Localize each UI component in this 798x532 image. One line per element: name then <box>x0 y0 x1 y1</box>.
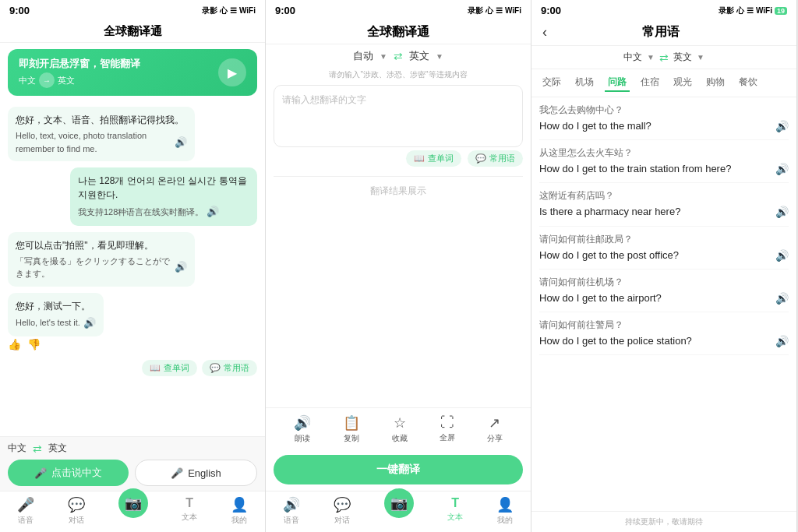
app-title-1: 全球翻译通 <box>104 24 162 37</box>
app-header-2: 全球翻译通 <box>266 19 531 44</box>
nav-voice-2[interactable]: 🔊 语音 <box>283 496 300 526</box>
nav-voice-1[interactable]: 🎤 语音 <box>17 496 34 526</box>
translate-button[interactable]: 一键翻译 <box>274 455 523 484</box>
swap-icon-2[interactable]: ⇄ <box>394 50 403 62</box>
cat-gouwu[interactable]: 购物 <box>703 74 728 92</box>
lookup-btn-2[interactable]: 📖 查单词 <box>406 150 461 167</box>
nav-mine-2[interactable]: 👤 我的 <box>496 496 514 526</box>
chat-area: 您好，文本、语音、拍照翻译记得找我。 Hello, text, voice, p… <box>0 102 265 436</box>
tool-read[interactable]: 🔊 朗读 <box>294 414 311 444</box>
nav-mine-1[interactable]: 👤 我的 <box>231 496 248 526</box>
lookup-icon-1: 📖 <box>150 363 161 373</box>
nav-text-1[interactable]: T 文本 <box>182 496 197 526</box>
fav-icon: ☆ <box>394 414 406 432</box>
sound-icon-3[interactable]: 🔊 <box>175 259 187 275</box>
lang-to-3[interactable]: 英文 <box>673 51 692 64</box>
phrase-en-row-5: How do I get to the airport? 🔊 <box>539 291 789 305</box>
phrase-sound-4[interactable]: 🔊 <box>775 249 789 262</box>
phrase-sound-5[interactable]: 🔊 <box>775 292 789 305</box>
tool-share[interactable]: ↗ 分享 <box>487 414 503 444</box>
nav-text-label-1: 文本 <box>182 512 197 523</box>
message-4: 您好，测试一下。 Hello, let's test it. 🔊 👍 👎 <box>8 293 104 351</box>
phrase-sound-3[interactable]: 🔊 <box>775 206 789 218</box>
cat-guangang[interactable]: 观光 <box>670 74 695 92</box>
cat-wenlu[interactable]: 问路 <box>605 74 630 92</box>
phrase-item-4: 请问如何前往邮政局？ How do I get to the post offi… <box>539 227 789 270</box>
msg-en-2: 我支持128种语言在线实时翻译。 <box>78 206 203 219</box>
bubble-sub-1: Hello, text, voice, photo translation re… <box>16 129 187 155</box>
lookup-icon-2: 📖 <box>414 153 425 164</box>
nav-camera-2[interactable]: 📷 <box>384 496 414 526</box>
phrases-icon-2: 💬 <box>475 153 486 164</box>
auto-lang[interactable]: 自动 <box>353 49 373 63</box>
fav-label: 收藏 <box>392 433 408 444</box>
phrase-en-row-6: How do I get to the police station? 🔊 <box>539 334 789 348</box>
lang-from-3[interactable]: 中文 <box>623 51 642 64</box>
cat-jiaoji[interactable]: 交际 <box>539 74 564 92</box>
cat-jichang[interactable]: 机场 <box>572 74 597 92</box>
swap-icon-3[interactable]: ⇄ <box>659 51 669 64</box>
bubble-sub-3: 「写真を撮る」をクリックすることができます。 🔊 <box>16 255 187 280</box>
category-tabs: 交际 机场 问路 住宿 观光 购物 餐饮 <box>531 69 796 97</box>
play-button[interactable]: ▶ <box>218 58 246 86</box>
nav-voice-icon-1: 🎤 <box>17 496 34 513</box>
caret-1: ▼ <box>380 52 387 61</box>
time-3: 9:00 <box>541 5 561 16</box>
sound-icon-1[interactable]: 🔊 <box>175 135 187 150</box>
caret-2: ▼ <box>436 52 443 61</box>
thumb-up[interactable]: 👍 <box>8 338 21 351</box>
play-icon: ▶ <box>228 65 237 80</box>
share-label: 分享 <box>487 433 503 444</box>
nav-mine-label-2: 我的 <box>497 515 513 526</box>
phrases-btn-1[interactable]: 💬 常用语 <box>202 360 257 376</box>
tool-fav[interactable]: ☆ 收藏 <box>392 414 408 444</box>
tool-fullscreen[interactable]: ⛶ 全屏 <box>440 414 455 444</box>
phrase-sound-6[interactable]: 🔊 <box>775 335 789 347</box>
cat-zhushu[interactable]: 住宿 <box>637 74 662 92</box>
input-bar: 中文 ⇄ 英文 🎤 点击说中文 🎤 English <box>0 436 265 491</box>
app-header-1: 全球翻译通 <box>0 19 265 43</box>
phrase-item-3: 这附近有药店吗？ Is there a pharmacy near here? … <box>539 183 789 226</box>
sound-icon-2[interactable]: 🔊 <box>207 204 219 220</box>
cat-canyin[interactable]: 餐饮 <box>736 74 761 92</box>
nav-camera-1[interactable]: 📷 <box>118 496 148 526</box>
phrase-item-1: 我怎么去购物中心？ How do I get to the mall? 🔊 <box>539 97 789 140</box>
phrase-en-5: How do I get to the airport? <box>539 291 775 305</box>
tool-copy[interactable]: 📋 复制 <box>343 414 360 444</box>
nav-dialog-1[interactable]: 💬 对话 <box>68 496 85 526</box>
phrase-cn-6: 请问如何前往警局？ <box>539 319 789 332</box>
target-lang-2[interactable]: 英文 <box>409 49 429 63</box>
bottom-nav-1: 🎤 语音 💬 对话 📷 T 文本 👤 我的 <box>0 491 265 532</box>
nav-text-icon-1: T <box>185 496 193 510</box>
caret-4: ▼ <box>697 53 704 62</box>
speak-chinese-button[interactable]: 🎤 点击说中文 <box>8 460 129 486</box>
lookup-btn-1[interactable]: 📖 查单词 <box>142 360 197 376</box>
back-button[interactable]: ‹ <box>542 24 547 41</box>
phrase-sound-2[interactable]: 🔊 <box>775 163 789 175</box>
nav-text-2[interactable]: T 文本 <box>447 496 463 526</box>
phrase-cn-5: 请问如何前往机场？ <box>539 276 789 289</box>
phrases-btn-2[interactable]: 💬 常用语 <box>468 150 523 167</box>
speak-english-button[interactable]: 🎤 English <box>135 460 257 486</box>
banner[interactable]: 即刻开启悬浮窗，智能翻译 中文 → 英文 ▶ <box>8 49 257 96</box>
text-input[interactable]: 请输入想翻译的文字 <box>274 85 523 147</box>
copy-label: 复制 <box>344 433 359 444</box>
input-buttons: 🎤 点击说中文 🎤 English <box>8 460 257 486</box>
nav-camera-icon-2: 📷 <box>384 488 414 518</box>
tools-row: 🔊 朗读 📋 复制 ☆ 收藏 ⛶ 全屏 ↗ 分享 <box>266 407 531 450</box>
banner-text: 即刻开启悬浮窗，智能翻译 <box>19 57 140 71</box>
fullscreen-icon: ⛶ <box>440 414 454 431</box>
thumb-down[interactable]: 👎 <box>27 338 41 351</box>
sound-icon-4[interactable]: 🔊 <box>83 315 96 331</box>
msg-en-4: Hello, let's test it. <box>16 316 80 329</box>
phrase-sound-1[interactable]: 🔊 <box>775 120 789 132</box>
nav-dialog-2[interactable]: 💬 对话 <box>334 496 351 526</box>
message-2: 나는 128개 언어의 온라인 실시간 통역을 지원한다. 我支持128种语言在… <box>70 167 257 226</box>
result-area: 翻译结果展示 <box>274 176 523 238</box>
lang-switch-icon[interactable]: ⇄ <box>33 442 42 455</box>
bottom-nav-2: 🔊 语音 💬 对话 📷 T 文本 👤 我的 <box>266 491 531 532</box>
panel-chat: 9:00 录影 心 ☰ WiFi 全球翻译通 即刻开启悬浮窗，智能翻译 中文 →… <box>0 0 266 532</box>
nav-text-icon-2: T <box>451 496 459 510</box>
action-row-1: 📖 查单词 💬 常用语 <box>8 360 257 376</box>
input-lang-from: 中文 <box>8 442 26 455</box>
